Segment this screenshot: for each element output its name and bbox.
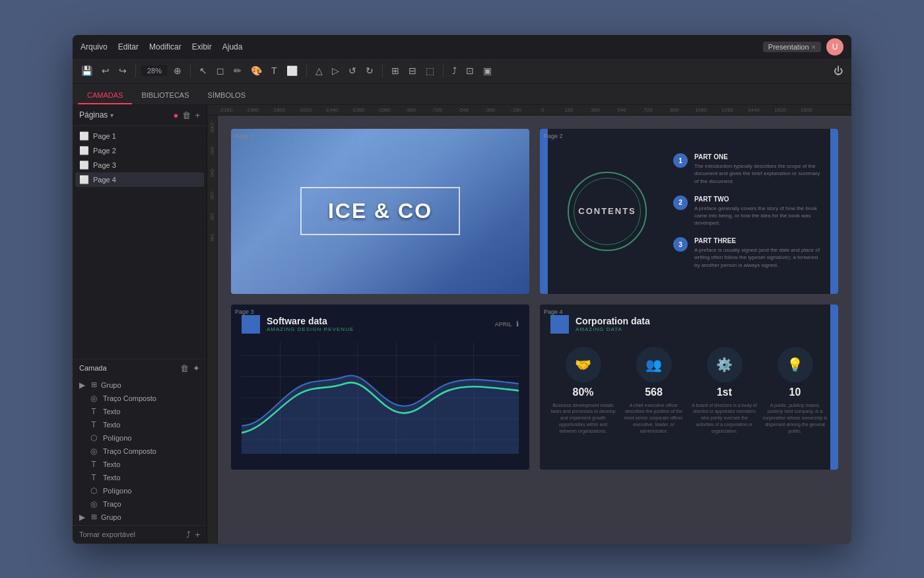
toggle-icon[interactable]: ● — [174, 110, 179, 120]
select-tool[interactable]: ↖ — [196, 63, 211, 78]
ruler-left: -1300 -900 -540 -180 180 540 — [207, 116, 218, 544]
ruler-mark: 1260 — [714, 107, 741, 113]
color-tool[interactable]: 🎨 — [248, 63, 265, 78]
corp-stat-num-2: 568 — [645, 386, 663, 398]
layer-label-poligono-1: Polígono — [103, 434, 131, 442]
corp-stat-1: 🤝 80% Business development entails tasks… — [550, 347, 616, 435]
undo-btn[interactable]: ↩ — [98, 63, 113, 78]
shape-tool[interactable]: ◻ — [213, 63, 228, 78]
separator-4 — [382, 64, 383, 77]
export-icon[interactable]: ⤴ — [186, 530, 191, 540]
contents-circle: CONTENTS — [568, 172, 647, 251]
layer-label-texto-3: Texto — [103, 460, 120, 468]
layer-header: Camada 🗑 ✦ — [73, 359, 207, 377]
contents-circle-text: CONTENTS — [578, 206, 636, 216]
zoom-value: 28% — [141, 65, 168, 76]
page3-date: APRIL ℹ — [495, 320, 519, 328]
ruler-mark: -1620 — [292, 107, 318, 113]
group-icon-2: ⊞ — [91, 513, 97, 521]
text-tool[interactable]: T — [268, 63, 280, 78]
flip-v-btn[interactable]: ▷ — [329, 63, 343, 78]
add-export-icon[interactable]: + — [195, 530, 200, 540]
ruler-mark: 1800 — [793, 107, 820, 113]
layer-items: ▶ ⊞ Grupo ◎ Traço Composto T Texto T T — [73, 377, 207, 525]
delete-page-icon[interactable]: 🗑 — [182, 110, 191, 120]
ruler-mark: 0 — [529, 107, 556, 113]
frame-btn[interactable]: ▣ — [480, 63, 495, 78]
tabs-bar: CAMADAS BIBLIOTECAS SÍMBOLOS — [73, 84, 851, 105]
corp-stat-3: ⚙️ 1st A board of directors is a body of… — [692, 347, 757, 435]
slide-page3-content: Software data AMAZING DESIGN REVENUE APR… — [231, 305, 529, 470]
page-item-3[interactable]: ⬜ Page 3 — [75, 158, 204, 172]
rotate-cw-btn[interactable]: ↻ — [362, 63, 377, 78]
corp-icon-gear: ⚙️ — [707, 347, 742, 382]
layer-grupo-1[interactable]: ▶ ⊞ Grupo — [73, 379, 207, 392]
add-page-icon[interactable]: + — [195, 110, 200, 120]
pages-title: Páginas ▾ — [79, 110, 114, 120]
layer-grupo-2[interactable]: ▶ ⊞ Grupo — [73, 511, 207, 524]
page4-header: Corporation data AMAZING DATA — [550, 315, 828, 334]
part-two-desc: A preface generally covers the story of … — [694, 205, 824, 227]
contents-item-text-2: PART TWO A preface generally covers the … — [694, 196, 824, 227]
flip-h-btn[interactable]: △ — [312, 63, 326, 78]
slide-label-1: Page 1 — [235, 133, 254, 139]
layer-texto-1[interactable]: T Texto — [73, 405, 207, 418]
image-tool[interactable]: ⬜ — [283, 63, 301, 78]
group-icon-1: ⊞ — [91, 380, 97, 389]
close-presentation-btn[interactable]: × — [812, 43, 816, 51]
layer-texto-4[interactable]: T Texto — [73, 471, 207, 484]
menu-ajuda[interactable]: Ajuda — [222, 42, 243, 52]
tab-bibliotecas[interactable]: BIBLIOTECAS — [132, 87, 198, 104]
ruler-mark: 1620 — [767, 107, 793, 113]
menu-arquivo[interactable]: Arquivo — [81, 42, 108, 52]
corp-icon-bulb: 💡 — [777, 347, 813, 382]
layer-settings-icon[interactable]: ✦ — [193, 363, 200, 373]
slide-card-2[interactable]: Page 2 CONTENTS — [540, 129, 838, 294]
signout-btn[interactable]: ⏻ — [830, 63, 846, 78]
layer-traco[interactable]: ◎ Traço — [73, 497, 207, 511]
zoom-in-btn[interactable]: ⊕ — [170, 63, 185, 78]
group-btn[interactable]: ⬚ — [422, 63, 438, 78]
corp-stat-2: 👥 568 A chief executive officer describe… — [621, 347, 686, 435]
layout-btn[interactable]: ⊡ — [463, 63, 477, 78]
canvas-scroll[interactable]: Page 1 ICE & CO Page 2 — [218, 116, 851, 544]
ruler-mark: 900 — [661, 107, 688, 113]
page-item-4[interactable]: ⬜ Page 4 — [75, 172, 204, 187]
delete-layer-icon[interactable]: 🗑 — [180, 363, 189, 373]
tab-camadas[interactable]: CAMADAS — [78, 87, 132, 104]
page3-blue-square — [242, 315, 260, 334]
pen-tool[interactable]: ✏ — [230, 63, 245, 78]
page4-blue-square — [550, 315, 569, 334]
page-item-2[interactable]: ⬜ Page 2 — [75, 143, 204, 158]
layer-texto-2[interactable]: T Texto — [73, 418, 207, 431]
user-avatar[interactable]: U — [826, 38, 843, 55]
pages-dropdown-icon[interactable]: ▾ — [110, 112, 114, 119]
layer-poligono-1[interactable]: ⬡ Polígono — [73, 431, 207, 445]
slide-page4-content: Corporation data AMAZING DATA 🤝 80% — [540, 305, 838, 470]
corp-icon-team: 👥 — [636, 347, 672, 382]
tab-simbolos[interactable]: SÍMBOLOS — [199, 87, 255, 104]
slide-card-3[interactable]: Page 3 Software data AMAZING DESIGN REVE… — [231, 305, 529, 470]
menu-modificar[interactable]: Modificar — [149, 42, 182, 52]
page-item-1[interactable]: ⬜ Page 1 — [75, 129, 204, 143]
page3-title-group: Software data AMAZING DESIGN REVENUE — [267, 316, 354, 332]
layer-section: Camada 🗑 ✦ ▶ ⊞ Grupo ◎ Traço Co — [73, 359, 207, 525]
layer-texto-3[interactable]: T Texto — [73, 458, 207, 471]
slide-card-1[interactable]: Page 1 ICE & CO — [231, 129, 529, 294]
slide-card-4[interactable]: Page 4 Corporation data AMAZING DATA — [540, 305, 838, 470]
save-btn[interactable]: 💾 — [78, 63, 96, 78]
ruler-mark: -1980 — [239, 107, 265, 113]
ruler-mark: -1800 — [265, 107, 292, 113]
redo-btn[interactable]: ↪ — [116, 63, 130, 78]
text-icon-4: T — [88, 473, 99, 482]
rotate-ccw-btn[interactable]: ↺ — [345, 63, 360, 78]
align-btn[interactable]: ⊞ — [388, 63, 403, 78]
layer-traco-composto-1[interactable]: ◎ Traço Composto — [73, 392, 207, 405]
distribute-btn[interactable]: ⊟ — [405, 63, 420, 78]
menu-exibir[interactable]: Exibir — [192, 42, 212, 52]
layer-traco-composto-2[interactable]: ◎ Traço Composto — [73, 445, 207, 458]
export-btn[interactable]: ⤴ — [449, 63, 460, 78]
layer-poligono-2[interactable]: ⬡ Polígono — [73, 484, 207, 497]
menu-editar[interactable]: Editar — [118, 42, 139, 52]
page-icon-1: ⬜ — [79, 131, 89, 141]
